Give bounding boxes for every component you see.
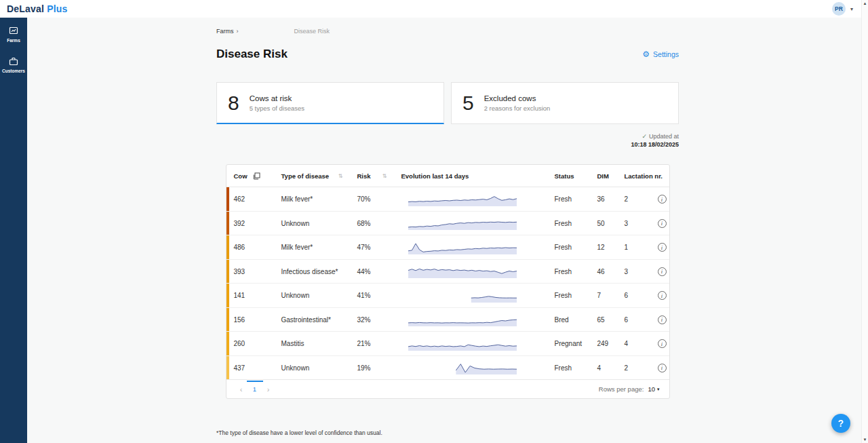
cow-id: 141 [226, 292, 274, 299]
lactation-nr: 2 [617, 364, 655, 372]
lactation-nr: 3 [617, 220, 655, 227]
user-menu-caret-icon[interactable]: ▾ [850, 6, 853, 12]
sidebar-item-label: Farms [7, 38, 20, 43]
user-avatar[interactable]: PR [832, 2, 846, 16]
next-page-button[interactable]: › [263, 385, 274, 393]
sidebar-item-label: Customers [2, 69, 25, 73]
info-icon[interactable]: i [658, 364, 667, 372]
table-row[interactable]: 486 Milk fever* 47% Fresh 12 1 i [226, 235, 669, 260]
card-title: Excluded cows [484, 94, 551, 102]
lactation-nr: 3 [617, 268, 655, 275]
rows-per-page-select[interactable]: 10 ▾ [648, 385, 659, 393]
table-row[interactable]: 260 Mastitis 21% Pregnant 249 4 i [226, 332, 669, 356]
risk-level-bar [226, 260, 229, 284]
prev-page-button[interactable]: ‹ [236, 385, 247, 393]
risk-percent: 70% [350, 195, 394, 203]
settings-label: Settings [653, 50, 679, 58]
risk-level-bar [226, 284, 229, 307]
card-cows-at-risk[interactable]: 8 Cows at risk 5 types of diseases [216, 82, 444, 124]
cow-id: 260 [226, 340, 274, 347]
disease-type: Gastrointestinal* [274, 316, 350, 324]
cow-id: 437 [226, 364, 274, 372]
evolution-sparkline [394, 336, 547, 351]
help-button[interactable]: ? [831, 414, 850, 433]
info-icon[interactable]: i [658, 267, 667, 276]
risk-percent: 21% [350, 340, 394, 347]
col-lactation: Lactation nr. [617, 172, 655, 180]
info-icon[interactable]: i [658, 243, 667, 252]
sidebar-item-farms[interactable]: Farms [0, 26, 27, 43]
scroll-up-icon[interactable]: ▲ [863, 1, 867, 5]
risk-percent: 32% [350, 316, 394, 324]
breadcrumb-current: Disease Risk [294, 28, 330, 35]
sidebar-item-customers[interactable]: Customers [0, 56, 27, 73]
info-icon[interactable]: i [658, 219, 667, 228]
info-icon[interactable]: i [658, 339, 667, 348]
cow-id: 486 [226, 244, 274, 251]
risk-percent: 41% [350, 292, 394, 299]
breadcrumb: Farms › Disease Risk [216, 26, 679, 36]
updated-at: ✓Updated at 10:18 18/02/2025 [216, 132, 679, 149]
table-row[interactable]: 392 Unknown 68% Fresh 50 3 i [226, 212, 669, 236]
chevron-right-icon: › [237, 28, 239, 35]
table-row[interactable]: 393 Infectious disease* 44% Fresh 46 3 i [226, 260, 669, 284]
risk-level-bar [226, 187, 229, 211]
rows-per-page-label: Rows per page: [599, 385, 644, 393]
info-icon[interactable]: i [658, 315, 667, 324]
status: Fresh [547, 364, 590, 372]
logo-secondary: Plus [47, 3, 67, 14]
info-icon[interactable]: i [658, 291, 667, 300]
table-row[interactable]: 437 Unknown 19% Fresh 4 2 i [226, 356, 669, 381]
evolution-sparkline [394, 240, 547, 255]
pagination: ‹ 1 › Rows per page: 10 ▾ [226, 380, 669, 398]
card-title: Cows at risk [250, 94, 304, 102]
evolution-sparkline [394, 360, 547, 375]
col-evolution: Evolution last 14 days [394, 172, 547, 180]
dim: 46 [590, 268, 617, 275]
evolution-sparkline [394, 288, 547, 303]
table-body: 462 Milk fever* 70% Fresh 36 2 i 392 Unk… [226, 187, 669, 380]
topbar: DeLaval Plus PR ▾ [0, 0, 868, 18]
disease-type: Mastitis [274, 340, 350, 347]
breadcrumb-farms[interactable]: Farms [216, 28, 234, 35]
lactation-nr: 1 [617, 244, 655, 251]
page-number[interactable]: 1 [247, 385, 263, 393]
disease-type: Unknown [274, 292, 350, 299]
check-icon: ✓ [642, 133, 647, 140]
table-header: Cow Type of disease ⇅ Risk ⇅ Evolution l… [226, 165, 669, 187]
lactation-nr: 6 [617, 316, 655, 324]
table-row[interactable]: 462 Milk fever* 70% Fresh 36 2 i [226, 187, 669, 212]
lactation-nr: 6 [617, 292, 655, 299]
risk-level-bar [226, 356, 229, 380]
updated-label: Updated at [649, 133, 679, 140]
disease-type: Infectious disease* [274, 268, 350, 275]
col-cow: Cow [226, 172, 274, 180]
info-icon[interactable]: i [658, 195, 667, 204]
disease-type: Unknown [274, 364, 350, 372]
cow-id: 393 [226, 268, 274, 275]
dim: 50 [590, 220, 617, 227]
page-title: Disease Risk [216, 47, 288, 61]
card-value: 8 [228, 92, 239, 115]
status: Pregnant [547, 340, 590, 347]
dim: 4 [590, 364, 617, 372]
page-scrollbar[interactable]: ▲ ▼ [861, 0, 868, 443]
card-excluded-cows[interactable]: 5 Excluded cows 2 reasons for exclusion [451, 82, 679, 124]
footnote: *The type of disease have a lower level … [216, 429, 679, 436]
table-row[interactable]: 156 Gastrointestinal* 32% Bred 65 6 i [226, 308, 669, 332]
app-logo: DeLaval Plus [7, 3, 68, 14]
settings-button[interactable]: ⚙ Settings [642, 50, 679, 58]
evolution-sparkline [394, 216, 547, 231]
farms-icon [8, 26, 19, 36]
updated-timestamp: 10:18 18/02/2025 [216, 140, 679, 149]
sort-icon[interactable]: ⇅ [338, 173, 343, 179]
table-row[interactable]: 141 Unknown 41% Fresh 7 6 i [226, 284, 669, 308]
status: Fresh [547, 220, 590, 227]
sort-icon[interactable]: ⇅ [382, 173, 387, 179]
status: Fresh [547, 268, 590, 275]
copy-icon[interactable] [253, 172, 260, 180]
scroll-down-icon[interactable]: ▼ [863, 438, 867, 442]
card-subtitle: 2 reasons for exclusion [484, 104, 551, 112]
logo-primary: DeLaval [7, 3, 44, 14]
status: Fresh [547, 244, 590, 251]
